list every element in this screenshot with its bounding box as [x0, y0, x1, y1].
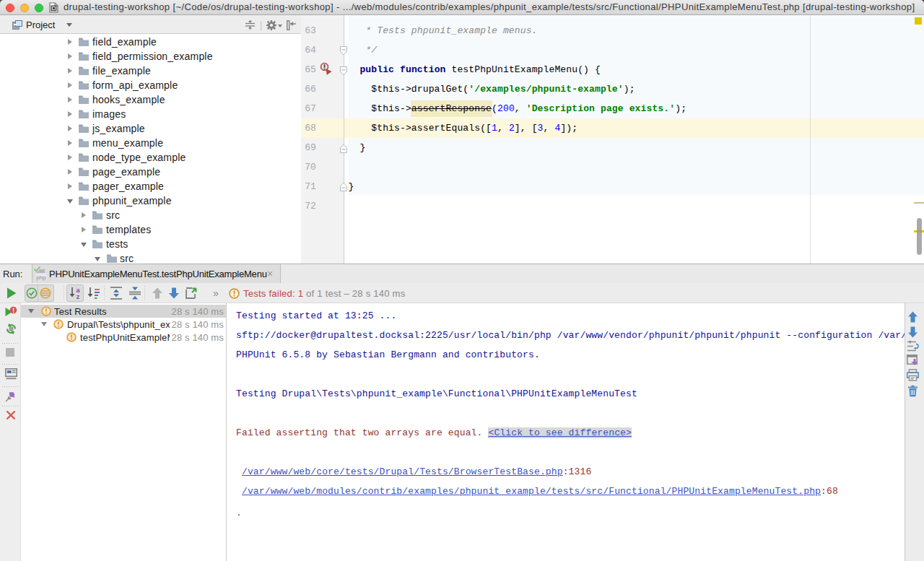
- svg-text:php: php: [36, 274, 46, 281]
- svg-text:z: z: [77, 293, 80, 300]
